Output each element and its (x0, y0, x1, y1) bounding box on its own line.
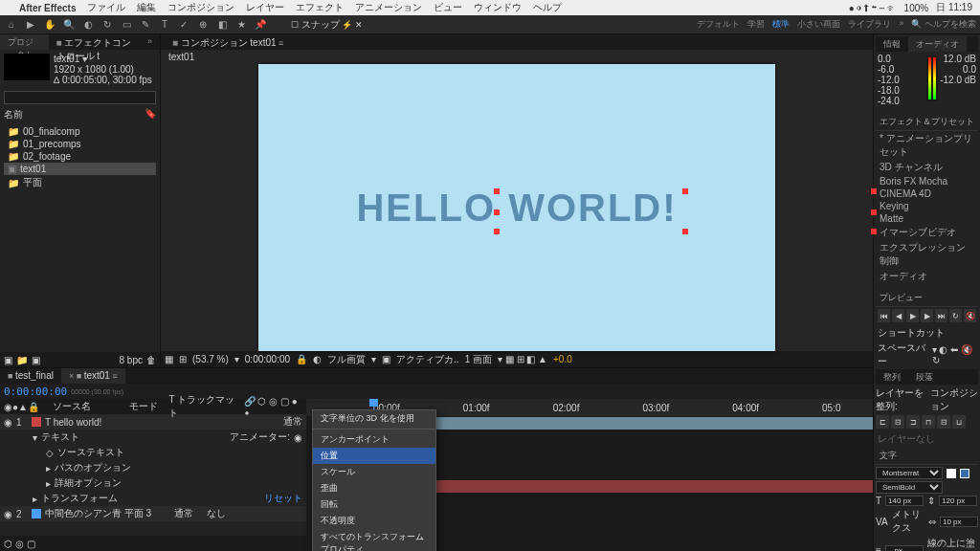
loop-btn[interactable]: ↻ (949, 309, 962, 322)
timeline-tab[interactable]: × ■ text01 ≡ (61, 368, 125, 384)
col-name[interactable]: 名前 (4, 108, 23, 121)
font-size[interactable] (885, 496, 924, 506)
ctx-opacity[interactable]: 不透明度 (313, 513, 435, 529)
ws-default[interactable]: デフォルト (697, 18, 740, 31)
exposure[interactable]: +0.0 (553, 354, 572, 364)
align-vcenter-btn[interactable]: ⊟ (937, 415, 950, 429)
preset-item[interactable]: CINEMA 4D (876, 187, 978, 200)
reset-btn[interactable]: リセット (264, 492, 302, 505)
breadcrumb[interactable]: text01 (168, 52, 194, 62)
spacebar-select[interactable]: スペースバー (878, 342, 928, 367)
trash-icon[interactable]: 🗑 (146, 355, 156, 365)
viewer-btn[interactable]: ▣ (382, 354, 390, 364)
selection-handle[interactable] (871, 209, 877, 215)
label-icon[interactable]: 🔖 (145, 108, 156, 121)
ctx-3d[interactable]: 文字単位の 3D 化を使用 (313, 410, 435, 427)
menu-file[interactable]: ファイル (87, 1, 125, 14)
align-left-btn[interactable]: ⊏ (876, 415, 889, 429)
ws-small[interactable]: 小さい画面 (797, 18, 840, 31)
preset-item[interactable]: エクスプレッション制御 (876, 240, 978, 269)
hand-tool[interactable]: ✋ (42, 17, 57, 33)
project-tab[interactable]: プロジェクト (0, 34, 49, 50)
tab-more[interactable]: » (140, 34, 160, 50)
ws-learn[interactable]: 学習 (747, 18, 765, 31)
zoom-tool[interactable]: 🔍 (61, 17, 77, 33)
layer-track[interactable]: なし (207, 507, 226, 520)
viewer-btn[interactable]: ▾ (234, 354, 239, 364)
text-layer[interactable]: HELLO WORLD! (356, 187, 677, 230)
kerning[interactable]: メトリクス (892, 508, 924, 535)
leading[interactable] (939, 496, 977, 506)
selection-handle[interactable] (871, 229, 877, 234)
char-title[interactable]: 文字 (876, 448, 978, 465)
fill-over-stroke[interactable]: 線の上に塗り (927, 537, 978, 551)
asset-folder[interactable]: 📁02_footage (4, 150, 156, 163)
roto-tool[interactable]: ★ (234, 17, 249, 33)
layer-color[interactable] (32, 417, 41, 427)
menu-layer[interactable]: レイヤー (246, 1, 284, 14)
proj-btn[interactable]: ▣ (4, 355, 12, 365)
tracking[interactable] (940, 517, 978, 527)
play-btn[interactable]: ▶ (906, 309, 919, 322)
proj-btn[interactable]: 📁 (16, 355, 28, 365)
ctx-scale[interactable]: スケール (313, 464, 435, 480)
viewer-btn[interactable]: 🔒 (296, 354, 307, 364)
col-track[interactable]: T トラックマット (168, 393, 239, 420)
asset-folder[interactable]: 📁01_precomps (4, 138, 156, 150)
viewer-tc[interactable]: 0:00:00:00 (245, 354, 290, 364)
tl-btn[interactable]: ⬡ ◎ ▢ (4, 539, 35, 549)
viewer-btn[interactable]: ▾ (371, 354, 376, 364)
animator-add-icon[interactable]: ◉ (294, 432, 302, 443)
ws-library[interactable]: ライブラリ (848, 18, 891, 31)
layer-name[interactable]: T hello world! (45, 417, 101, 428)
align-top-btn[interactable]: ⊓ (922, 415, 935, 429)
viewer-btn[interactable]: ▾ ▦ ⊞ ◧ ▲ (498, 354, 547, 364)
font-select[interactable]: Montserrat (876, 467, 943, 479)
preset-item[interactable]: Keying (876, 200, 978, 212)
timeline-tab[interactable]: ■ test_final (0, 368, 61, 384)
menu-comp[interactable]: コンポジション (167, 1, 234, 14)
align-right-btn[interactable]: ⊐ (906, 415, 920, 429)
active-cam[interactable]: アクティブカ.. (396, 353, 459, 366)
prop-more[interactable]: 詳細オプション (55, 476, 122, 490)
next-frame-btn[interactable]: ▶ (921, 309, 933, 322)
ws-more[interactable]: » (899, 18, 903, 31)
ctx-skew[interactable]: 歪曲 (313, 480, 435, 496)
ws-standard[interactable]: 標準 (772, 18, 790, 31)
ctx-anchor[interactable]: アンカーポイント (313, 431, 435, 448)
audio-tab[interactable]: オーディオ (908, 36, 967, 52)
selection-handle[interactable] (871, 188, 877, 194)
viewer-btn[interactable]: ◐ (313, 354, 322, 364)
selection-handle[interactable] (494, 188, 500, 194)
viewer-btn[interactable]: ▦ (165, 354, 173, 364)
prop-source[interactable]: ソーステキスト (57, 446, 124, 459)
preset-item[interactable]: 3D チャンネル (876, 160, 978, 175)
snap-checkbox[interactable]: ☐ スナップ ⚡ ✕ (291, 18, 363, 32)
stamp-tool[interactable]: ⊕ (195, 17, 211, 33)
layer-mode[interactable]: 通常 (283, 415, 302, 429)
preset-item[interactable]: Boris FX Mocha (876, 175, 978, 187)
info-tab[interactable]: 情報 (876, 36, 908, 52)
prop-text[interactable]: テキスト (41, 430, 79, 444)
animator-btn[interactable]: アニメーター: (230, 430, 290, 444)
ctx-all-transform[interactable]: すべてのトランスフォームプロパティ (313, 529, 435, 551)
asset-folder[interactable]: 📁00_finalcomp (4, 125, 156, 138)
orbit-tool[interactable]: ◐ (80, 17, 96, 33)
help-search[interactable]: 🔍 ヘルプを検索 (911, 18, 976, 31)
para-tab[interactable]: 段落 (908, 369, 941, 385)
stroke-width[interactable] (885, 545, 924, 552)
first-frame-btn[interactable]: ⏮ (878, 309, 890, 322)
align-hcenter-btn[interactable]: ⊟ (891, 415, 904, 429)
pen-tool[interactable]: ✎ (138, 17, 153, 33)
preset-item[interactable]: Matte (876, 212, 978, 225)
layer-name[interactable]: 中間色のシアン青 平面 3 (45, 507, 151, 520)
text-tool[interactable]: T (157, 17, 172, 33)
ctx-position[interactable]: 位置 (313, 448, 435, 464)
home-icon[interactable]: ⌂ (4, 17, 19, 33)
comp-tab[interactable]: ■ コンポジション text01 ≡ (165, 34, 291, 50)
prop-transform[interactable]: トランスフォーム (41, 492, 118, 505)
menu-window[interactable]: ウィンドウ (474, 1, 522, 14)
pin-tool[interactable]: 📌 (253, 17, 268, 33)
effects-presets-title[interactable]: エフェクト＆プリセット (876, 114, 978, 131)
timecode[interactable]: 0:00:00:00 (4, 386, 67, 398)
